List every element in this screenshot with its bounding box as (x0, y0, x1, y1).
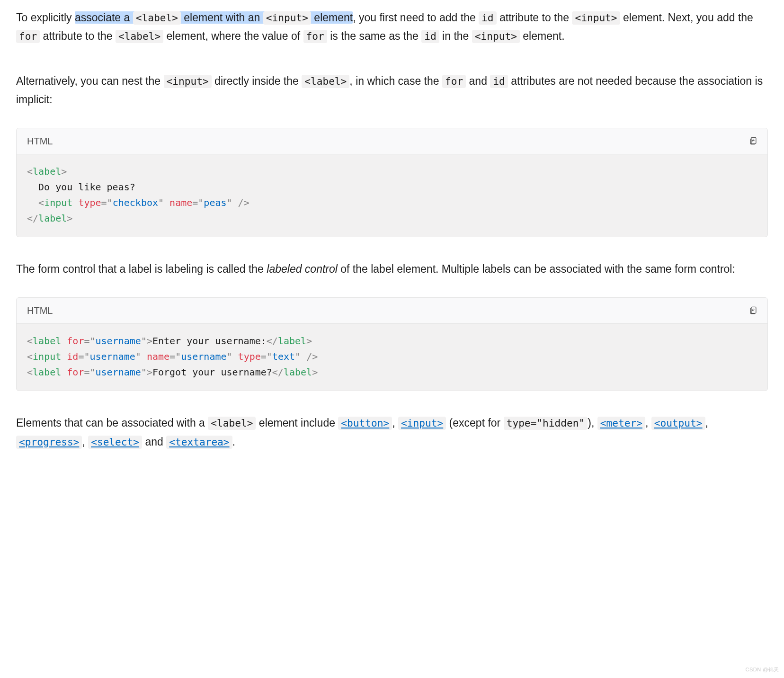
term-labeled-control: labeled control (267, 263, 338, 275)
copy-button[interactable] (748, 305, 759, 316)
clipboard-icon (748, 135, 758, 147)
code-lang-label: HTML (27, 303, 53, 319)
code-header: HTML (17, 298, 767, 324)
link-progress-element[interactable]: <progress> (16, 436, 82, 448)
link-select-element[interactable]: <select> (88, 436, 142, 448)
code-input-tag: <input> (164, 75, 212, 88)
code-label-tag: <label> (302, 75, 349, 88)
paragraph-explicit-association: To explicitly associate a <label> elemen… (16, 9, 768, 45)
link-input-element[interactable]: <input> (398, 417, 446, 429)
code-example-multiple-labels: HTML <label for="username">Enter your us… (16, 297, 768, 391)
clipboard-icon (748, 305, 758, 317)
code-input-tag: <input> (572, 11, 620, 25)
code-for-attr: for (442, 75, 466, 88)
text: To explicitly (16, 11, 75, 24)
highlight: associate a <label> element with an <inp… (75, 11, 353, 24)
link-output-element[interactable]: <output> (651, 417, 705, 429)
link-meter-element[interactable]: <meter> (597, 417, 645, 429)
code-content: <label> Do you like peas? <input type="c… (17, 154, 767, 237)
code-label-tag: <label> (133, 11, 181, 25)
copy-button[interactable] (748, 135, 759, 147)
code-type-hidden: type="hidden" (504, 417, 588, 430)
code-label-tag: <label> (208, 417, 256, 430)
code-for-attr: for (16, 30, 40, 43)
paragraph-label-associable-elements: Elements that can be associated with a <… (16, 414, 768, 451)
code-content: <label for="username">Enter your usernam… (17, 324, 767, 391)
paragraph-labeled-control: The form control that a label is labelin… (16, 260, 768, 278)
code-id-attr: id (490, 75, 508, 88)
code-example-nested-label: HTML <label> Do you like peas? <input ty… (16, 128, 768, 237)
code-header: HTML (17, 128, 767, 154)
code-input-tag: <input> (472, 30, 520, 43)
code-label-tag: <label> (116, 30, 163, 43)
code-lang-label: HTML (27, 133, 53, 149)
code-input-tag: <input> (263, 11, 311, 25)
code-id-attr: id (479, 11, 496, 25)
code-id-attr: id (421, 30, 439, 43)
paragraph-nesting-alternative: Alternatively, you can nest the <input> … (16, 72, 768, 109)
code-for-attr: for (303, 30, 327, 43)
link-button-element[interactable]: <button> (338, 417, 392, 429)
link-textarea-element[interactable]: <textarea> (166, 436, 232, 448)
